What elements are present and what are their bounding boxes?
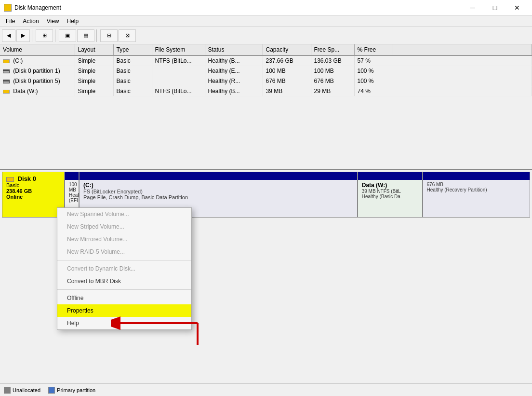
cell-pctfree-1: 100 % — [354, 66, 393, 76]
status-bar: Unallocated Primary partition — [0, 383, 532, 396]
part0-info: 100 MBHealthy (EFI...) — [69, 182, 75, 203]
cell-pctfree-3: 74 % — [354, 86, 393, 96]
partition-3[interactable]: 676 MBHealthy (Recovery Partition) — [423, 172, 530, 217]
ctx-new-spanned[interactable]: New Spanned Volume... — [57, 208, 191, 220]
col-header-freesp[interactable]: Free Sp... — [311, 44, 354, 55]
col-header-volume[interactable]: Volume — [0, 44, 75, 55]
col-header-rest — [393, 44, 532, 55]
volume-table: Volume Layout Type File System Status Ca… — [0, 44, 532, 96]
cell-status-2: Healthy (R... — [205, 76, 263, 86]
disk0-type: Basic — [6, 182, 60, 188]
window-title: Disk Management — [14, 4, 462, 11]
toolbar-btn3[interactable]: ▤ — [77, 29, 94, 42]
ctx-help[interactable]: Help — [57, 317, 191, 329]
toolbar-back[interactable]: ◀ — [2, 29, 15, 42]
cell-type-0: Basic — [113, 55, 152, 66]
cell-freesp-2: 676 MB — [311, 76, 354, 86]
toolbar-btn1[interactable]: ⊞ — [36, 29, 53, 42]
part3-info: 676 MBHealthy (Recovery Partition) — [427, 182, 526, 192]
cell-fs-2 — [152, 76, 205, 86]
menu-help[interactable]: Help — [63, 17, 83, 26]
ctx-convert-mbr[interactable]: Convert to MBR Disk — [57, 275, 191, 287]
cell-status-0: Healthy (B... — [205, 55, 263, 66]
cell-layout-2: Simple — [75, 76, 113, 86]
toolbar-forward[interactable]: ▶ — [16, 29, 30, 42]
ctx-sep-1 — [57, 260, 191, 260]
menu-bar: File Action View Help — [0, 15, 532, 27]
cell-layout-0: Simple — [75, 55, 113, 66]
cell-freesp-0: 136.03 GB — [311, 55, 354, 66]
menu-view[interactable]: View — [43, 17, 63, 26]
cell-type-3: Basic — [113, 86, 152, 96]
table-row[interactable]: (Disk 0 partition 5) Simple Basic Health… — [0, 76, 532, 86]
cell-freesp-3: 29 MB — [311, 86, 354, 96]
col-header-pctfree[interactable]: % Free — [354, 44, 393, 55]
unallocated-box — [4, 387, 11, 394]
col-header-status[interactable]: Status — [205, 44, 263, 55]
cell-type-2: Basic — [113, 76, 152, 86]
part1-name: (C:) — [83, 182, 353, 189]
primary-box — [48, 387, 55, 394]
toolbar: ◀ ▶ ⊞ ▣ ▤ ⊟ ⊠ — [0, 27, 532, 44]
minimize-button[interactable]: ─ — [462, 0, 484, 15]
drive-icon-0 — [3, 59, 10, 63]
cell-status-1: Healthy (E... — [205, 66, 263, 76]
primary-label: Primary partition — [57, 387, 95, 393]
col-header-capacity[interactable]: Capacity — [263, 44, 311, 55]
context-menu: New Spanned Volume... New Striped Volume… — [57, 207, 192, 330]
cell-pctfree-0: 57 % — [354, 55, 393, 66]
cell-volume-0: (C:) — [0, 55, 75, 66]
window-controls: ─ □ ✕ — [462, 0, 528, 15]
ctx-properties[interactable]: Properties — [57, 304, 191, 317]
table-row[interactable]: (Disk 0 partition 1) Simple Basic Health… — [0, 66, 532, 76]
cell-fs-0: NTFS (BitLo... — [152, 55, 205, 66]
legend-unallocated: Unallocated — [4, 387, 40, 394]
col-header-fs[interactable]: File System — [152, 44, 205, 55]
ctx-sep-2 — [57, 289, 191, 290]
cell-layout-3: Simple — [75, 86, 113, 96]
col-header-layout[interactable]: Layout — [75, 44, 113, 55]
cell-capacity-3: 39 MB — [263, 86, 311, 96]
cell-capacity-0: 237.66 GB — [263, 55, 311, 66]
cell-capacity-1: 100 MB — [263, 66, 311, 76]
app-icon — [4, 4, 12, 12]
drive-icon-1 — [3, 69, 10, 73]
menu-action[interactable]: Action — [19, 17, 42, 26]
close-button[interactable]: ✕ — [506, 0, 528, 15]
ctx-convert-dynamic[interactable]: Convert to Dynamic Disk... — [57, 262, 191, 275]
cell-volume-3: Data (W:) — [0, 86, 75, 96]
part1-info: FS (BitLocker Encrypted)Page File, Crash… — [83, 189, 353, 200]
partition-2[interactable]: Data (W:) 39 MB NTFS (BitLHealthy (Basic… — [358, 172, 423, 217]
title-bar: Disk Management ─ □ ✕ — [0, 0, 532, 15]
menu-file[interactable]: File — [2, 17, 19, 26]
disk0-name: Disk 0 — [6, 175, 60, 182]
disk0-label[interactable]: Disk 0 Basic 238.46 GB Online — [2, 172, 65, 218]
cell-volume-2: (Disk 0 partition 5) — [0, 76, 75, 86]
table-row[interactable]: Data (W:) Simple Basic NTFS (BitLo... He… — [0, 86, 532, 96]
cell-pctfree-2: 100 % — [354, 76, 393, 86]
toolbar-btn2[interactable]: ▣ — [59, 29, 76, 42]
ctx-new-raid5[interactable]: New RAID-5 Volume... — [57, 246, 191, 258]
part2-info: 39 MB NTFS (BitLHealthy (Basic Da — [362, 189, 418, 199]
disk0-status: Online — [6, 194, 60, 200]
toolbar-btn5[interactable]: ⊠ — [119, 29, 136, 42]
cell-layout-1: Simple — [75, 66, 113, 76]
ctx-offline[interactable]: Offline — [57, 292, 191, 304]
col-header-type[interactable]: Type — [113, 44, 152, 55]
toolbar-btn4[interactable]: ⊟ — [100, 29, 118, 42]
maximize-button[interactable]: □ — [484, 0, 506, 15]
part2-name: Data (W:) — [362, 182, 418, 189]
cell-fs-1 — [152, 66, 205, 76]
cell-type-1: Basic — [113, 66, 152, 76]
volume-table-area: Volume Layout Type File System Status Ca… — [0, 44, 532, 170]
cell-fs-3: NTFS (BitLo... — [152, 86, 205, 96]
table-row[interactable]: (C:) Simple Basic NTFS (BitLo... Healthy… — [0, 55, 532, 66]
disk0-size: 238.46 GB — [6, 188, 60, 194]
cell-volume-1: (Disk 0 partition 1) — [0, 66, 75, 76]
cell-freesp-1: 100 MB — [311, 66, 354, 76]
ctx-new-striped[interactable]: New Striped Volume... — [57, 220, 191, 233]
cell-status-3: Healthy (B... — [205, 86, 263, 96]
drive-icon-2 — [3, 80, 10, 83]
ctx-new-mirrored[interactable]: New Mirrored Volume... — [57, 233, 191, 246]
legend-primary: Primary partition — [48, 387, 95, 394]
